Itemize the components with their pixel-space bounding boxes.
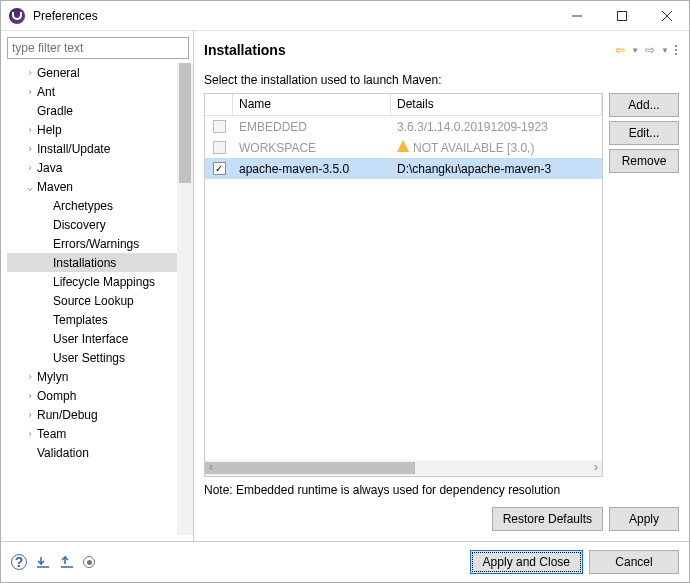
expand-icon[interactable]: › [23, 124, 37, 135]
tree-label: Archetypes [53, 199, 113, 213]
tree-item-maven[interactable]: ⌄Maven [7, 177, 181, 196]
tree-label: User Interface [53, 332, 128, 346]
tree-label: Errors/Warnings [53, 237, 139, 251]
remove-button[interactable]: Remove [609, 149, 679, 173]
tree-label: Run/Debug [37, 408, 98, 422]
tree-item-source-lookup[interactable]: Source Lookup [7, 291, 181, 310]
tree-label: Team [37, 427, 66, 441]
row-details: 3.6.3/1.14.0.20191209-1923 [391, 118, 602, 136]
restore-defaults-button[interactable]: Restore Defaults [492, 507, 603, 531]
expand-icon[interactable]: › [23, 409, 37, 420]
preferences-window: Preferences ›General›AntGradle›Help›Inst… [0, 0, 690, 583]
col-details[interactable]: Details [391, 94, 602, 115]
left-panel: ›General›AntGradle›Help›Install/Update›J… [1, 31, 194, 541]
add-button[interactable]: Add... [609, 93, 679, 117]
forward-dropdown-icon[interactable]: ▼ [659, 44, 671, 57]
back-arrow-icon[interactable]: ⇦ [613, 41, 627, 59]
view-menu-icon[interactable] [673, 43, 679, 57]
edit-button[interactable]: Edit... [609, 121, 679, 145]
tree-label: Java [37, 161, 62, 175]
tree-item-templates[interactable]: Templates [7, 310, 181, 329]
expand-icon[interactable]: › [23, 86, 37, 97]
tree-label: General [37, 66, 80, 80]
right-panel: Installations ⇦ ▼ ⇨ ▼ Select the install… [194, 31, 689, 541]
help-icon[interactable]: ? [11, 554, 27, 570]
tree-label: Ant [37, 85, 55, 99]
eclipse-icon [9, 8, 25, 24]
expand-icon[interactable]: › [23, 143, 37, 154]
tree-item-validation[interactable]: Validation [7, 443, 181, 462]
minimize-button[interactable] [554, 1, 599, 30]
footer: ? Apply and Close Cancel [1, 541, 689, 582]
tree-item-gradle[interactable]: Gradle [7, 101, 181, 120]
filter-input[interactable] [7, 37, 189, 59]
row-checkbox [213, 141, 226, 154]
installations-table[interactable]: Name Details EMBEDDED3.6.3/1.14.0.201912… [204, 93, 603, 477]
tree-item-help[interactable]: ›Help [7, 120, 181, 139]
tree-label: User Settings [53, 351, 125, 365]
expand-icon[interactable]: ⌄ [23, 181, 37, 192]
tree-item-user-interface[interactable]: User Interface [7, 329, 181, 348]
import-icon[interactable] [35, 555, 51, 569]
apply-close-button[interactable]: Apply and Close [470, 550, 583, 574]
expand-icon[interactable]: › [23, 428, 37, 439]
apply-button[interactable]: Apply [609, 507, 679, 531]
tree-item-errors-warnings[interactable]: Errors/Warnings [7, 234, 181, 253]
tree-label: Maven [37, 180, 73, 194]
row-checkbox [213, 120, 226, 133]
row-details: D:\changku\apache-maven-3 [391, 160, 602, 178]
row-checkbox[interactable]: ✓ [213, 162, 226, 175]
expand-icon[interactable]: › [23, 390, 37, 401]
preference-tree[interactable]: ›General›AntGradle›Help›Install/Update›J… [7, 63, 189, 535]
tree-item-general[interactable]: ›General [7, 63, 181, 82]
tree-item-mylyn[interactable]: ›Mylyn [7, 367, 181, 386]
tree-item-lifecycle-mappings[interactable]: Lifecycle Mappings [7, 272, 181, 291]
titlebar[interactable]: Preferences [1, 1, 689, 31]
table-row[interactable]: EMBEDDED3.6.3/1.14.0.20191209-1923 [205, 116, 602, 137]
tree-item-installations[interactable]: Installations [7, 253, 181, 272]
tree-item-java[interactable]: ›Java [7, 158, 181, 177]
row-details: NOT AVAILABLE [3.0,) [391, 138, 602, 157]
note-label: Note: Embedded runtime is always used fo… [204, 483, 679, 497]
tree-item-discovery[interactable]: Discovery [7, 215, 181, 234]
instruction-label: Select the installation used to launch M… [204, 73, 679, 87]
maximize-button[interactable] [599, 1, 644, 30]
tree-label: Discovery [53, 218, 106, 232]
row-name: apache-maven-3.5.0 [233, 160, 391, 178]
tree-scrollbar[interactable] [177, 63, 193, 535]
tree-label: Gradle [37, 104, 73, 118]
tree-item-archetypes[interactable]: Archetypes [7, 196, 181, 215]
table-header: Name Details [205, 94, 602, 116]
expand-icon[interactable]: › [23, 67, 37, 78]
tree-item-oomph[interactable]: ›Oomph [7, 386, 181, 405]
back-dropdown-icon[interactable]: ▼ [629, 44, 641, 57]
expand-icon[interactable]: › [23, 162, 37, 173]
warning-icon [397, 140, 409, 152]
page-title: Installations [204, 42, 613, 58]
cancel-button[interactable]: Cancel [589, 550, 679, 574]
tree-item-ant[interactable]: ›Ant [7, 82, 181, 101]
table-row[interactable]: ✓apache-maven-3.5.0D:\changku\apache-mav… [205, 158, 602, 179]
tree-label: Installations [53, 256, 116, 270]
tree-item-user-settings[interactable]: User Settings [7, 348, 181, 367]
tree-label: Templates [53, 313, 108, 327]
col-name[interactable]: Name [233, 94, 391, 115]
export-icon[interactable] [59, 555, 75, 569]
table-h-scrollbar[interactable]: ‹ [205, 460, 602, 476]
tree-label: Validation [37, 446, 89, 460]
oomph-icon[interactable] [83, 556, 95, 568]
tree-label: Oomph [37, 389, 76, 403]
tree-item-run-debug[interactable]: ›Run/Debug [7, 405, 181, 424]
expand-icon[interactable]: › [23, 371, 37, 382]
tree-label: Lifecycle Mappings [53, 275, 155, 289]
svg-rect-1 [617, 11, 626, 20]
window-title: Preferences [33, 9, 554, 23]
close-button[interactable] [644, 1, 689, 30]
tree-item-install-update[interactable]: ›Install/Update [7, 139, 181, 158]
table-row[interactable]: WORKSPACENOT AVAILABLE [3.0,) [205, 137, 602, 158]
row-name: WORKSPACE [233, 139, 391, 157]
tree-label: Help [37, 123, 62, 137]
tree-item-team[interactable]: ›Team [7, 424, 181, 443]
tree-label: Mylyn [37, 370, 68, 384]
forward-arrow-icon[interactable]: ⇨ [643, 41, 657, 59]
